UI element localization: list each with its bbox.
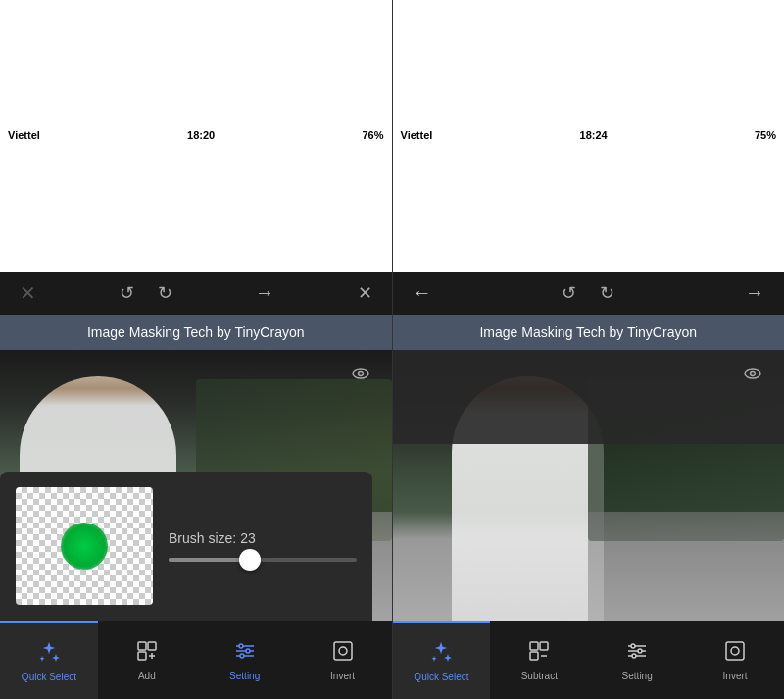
svg-rect-2 xyxy=(138,642,146,650)
svg-point-16 xyxy=(751,371,756,375)
right-tool-setting[interactable]: Setting xyxy=(588,621,686,699)
right-bg-lower xyxy=(588,512,784,621)
right-carrier: Viettel xyxy=(401,129,433,141)
right-title-bar: Image Masking Tech by TinyCrayon xyxy=(393,315,785,350)
right-status-bar: Viettel 18:24 75% xyxy=(393,0,785,272)
svg-rect-27 xyxy=(726,642,744,660)
right-undo-button[interactable]: ↺ xyxy=(558,278,580,308)
left-quick-select-label: Quick Select xyxy=(22,672,76,682)
right-quick-select-label: Quick Select xyxy=(414,672,468,682)
left-status-bar: Viettel 18:20 76% xyxy=(0,0,392,272)
right-redo-button[interactable]: ↻ xyxy=(596,278,618,308)
left-toolbar: ✕ ↺ ↻ → ✕ xyxy=(0,272,392,315)
add-icon xyxy=(135,639,159,667)
subtract-icon xyxy=(527,639,551,667)
right-bottom-toolbar: Quick Select Subtract xyxy=(393,621,785,699)
right-toolbar: ← ↺ ↻ → xyxy=(393,272,785,315)
svg-point-12 xyxy=(240,654,244,658)
left-redo-button[interactable]: ↻ xyxy=(154,278,176,308)
brush-size-label: Brush size: 23 xyxy=(169,530,357,546)
right-setting-label: Setting xyxy=(622,671,653,681)
left-tool-setting[interactable]: Setting xyxy=(196,621,294,699)
svg-point-11 xyxy=(246,649,250,653)
brush-circle xyxy=(61,523,108,570)
svg-point-10 xyxy=(239,644,243,648)
svg-point-28 xyxy=(731,647,739,655)
left-panel: Viettel 18:20 76% ✕ ↺ ↻ → ✕ Image Maskin… xyxy=(0,0,392,699)
brush-slider[interactable] xyxy=(169,558,357,562)
left-bottom-toolbar: Quick Select Add xyxy=(0,621,392,699)
svg-rect-3 xyxy=(148,642,156,650)
right-forward-button[interactable]: → xyxy=(741,277,768,308)
left-eye-icon[interactable] xyxy=(349,362,372,391)
invert-icon-right xyxy=(723,639,747,667)
right-battery: 75% xyxy=(755,129,776,141)
svg-point-26 xyxy=(632,654,636,658)
right-panel: Viettel 18:24 75% ← ↺ ↻ → Image Masking … xyxy=(393,0,785,699)
right-back-button[interactable]: ← xyxy=(409,277,436,308)
left-forward-button[interactable]: → xyxy=(251,277,278,308)
right-tool-subtract[interactable]: Subtract xyxy=(490,621,588,699)
left-image-area: Brush size: 23 xyxy=(0,350,392,622)
left-app-title: Image Masking Tech by TinyCrayon xyxy=(87,325,305,340)
left-battery: 76% xyxy=(362,129,383,141)
svg-rect-13 xyxy=(334,642,352,660)
right-tool-invert[interactable]: Invert xyxy=(686,621,784,699)
brush-popup: Brush size: 23 xyxy=(0,472,372,621)
left-title-bar: Image Masking Tech by TinyCrayon xyxy=(0,315,392,350)
left-add-label: Add xyxy=(138,671,156,681)
left-cancel-button[interactable]: ✕ xyxy=(354,278,376,308)
svg-point-25 xyxy=(638,649,642,653)
left-tool-quick-select[interactable]: Quick Select xyxy=(0,621,98,699)
brush-preview-canvas xyxy=(16,487,153,605)
right-tool-quick-select[interactable]: Quick Select xyxy=(393,621,491,699)
svg-point-15 xyxy=(745,369,760,378)
right-subtract-label: Subtract xyxy=(521,671,558,681)
right-image-area xyxy=(393,350,785,622)
brush-controls: Brush size: 23 xyxy=(169,530,357,562)
left-close-button[interactable]: ✕ xyxy=(16,277,40,309)
right-quick-select-icon xyxy=(429,640,453,668)
left-setting-label: Setting xyxy=(229,671,260,681)
svg-point-0 xyxy=(353,369,368,378)
left-time: 18:20 xyxy=(187,129,215,141)
right-eye-icon[interactable] xyxy=(741,362,764,391)
svg-rect-18 xyxy=(540,642,548,650)
svg-point-1 xyxy=(358,371,363,375)
right-invert-label: Invert xyxy=(723,671,748,681)
right-app-title: Image Masking Tech by TinyCrayon xyxy=(479,325,697,340)
right-time: 18:24 xyxy=(580,129,608,141)
quick-select-icon xyxy=(37,640,61,668)
left-undo-button[interactable]: ↺ xyxy=(116,278,138,308)
svg-rect-17 xyxy=(530,642,538,650)
left-tool-invert[interactable]: Invert xyxy=(294,621,392,699)
svg-rect-4 xyxy=(138,652,146,660)
setting-icon-right xyxy=(625,639,649,667)
left-carrier: Viettel xyxy=(8,129,40,141)
svg-rect-19 xyxy=(530,652,538,660)
brush-slider-thumb[interactable] xyxy=(239,549,261,571)
setting-icon-left xyxy=(233,639,257,667)
right-mask-area xyxy=(393,350,785,445)
left-tool-add[interactable]: Add xyxy=(98,621,196,699)
invert-icon-left xyxy=(331,639,355,667)
left-invert-label: Invert xyxy=(330,671,355,681)
svg-point-24 xyxy=(631,644,635,648)
svg-point-14 xyxy=(339,647,347,655)
